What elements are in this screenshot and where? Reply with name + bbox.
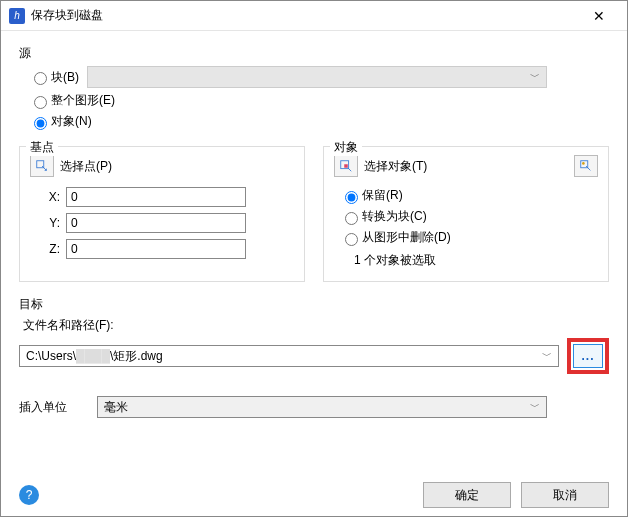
pick-point-label: 选择点(P) xyxy=(60,158,112,175)
source-whole-row: 整个图形(E) xyxy=(29,92,609,109)
units-value: 毫米 xyxy=(104,399,128,416)
retain-row: 保留(R) xyxy=(340,187,598,204)
retain-radio[interactable] xyxy=(345,191,358,204)
coord-z-row: Z: xyxy=(30,239,294,259)
z-label: Z: xyxy=(30,242,60,256)
coord-y-row: Y: xyxy=(30,213,294,233)
source-objects-radio[interactable] xyxy=(34,117,47,130)
chevron-down-icon: ﹀ xyxy=(542,349,552,363)
pick-point-row: 选择点(P) xyxy=(30,155,294,177)
svg-point-4 xyxy=(582,162,585,165)
select-objects-button[interactable] xyxy=(334,155,358,177)
units-combo[interactable]: 毫米 ﹀ xyxy=(97,396,547,418)
coord-x-row: X: xyxy=(30,187,294,207)
svg-rect-2 xyxy=(344,164,348,168)
source-block-row: 块(B) ﹀ xyxy=(29,66,609,88)
cancel-button[interactable]: 取消 xyxy=(521,482,609,508)
titlebar: h 保存块到磁盘 ✕ xyxy=(1,1,627,31)
objects-legend: 对象 xyxy=(330,139,362,156)
source-group-label: 源 xyxy=(19,45,609,62)
path-prefix: C:\Users\ xyxy=(26,349,76,363)
units-label: 插入单位 xyxy=(19,399,79,416)
source-block-radio[interactable] xyxy=(34,72,47,85)
objects-status: 1 个对象被选取 xyxy=(354,252,598,269)
footer: ? 确定 取消 xyxy=(1,482,627,508)
help-button[interactable]: ? xyxy=(19,485,39,505)
path-row: C:\Users\████\矩形.dwg ﹀ ... xyxy=(19,338,609,374)
browse-button[interactable]: ... xyxy=(573,344,603,368)
block-name-combo[interactable]: ﹀ xyxy=(87,66,547,88)
close-button[interactable]: ✕ xyxy=(579,1,619,31)
app-icon: h xyxy=(9,8,25,24)
y-input[interactable] xyxy=(66,213,246,233)
quick-select-icon xyxy=(579,159,593,173)
basepoint-fieldset: 基点 选择点(P) X: Y: Z: xyxy=(19,146,305,282)
source-whole-label: 整个图形(E) xyxy=(51,92,115,109)
chevron-down-icon: ﹀ xyxy=(530,400,540,414)
x-label: X: xyxy=(30,190,60,204)
window-title: 保存块到磁盘 xyxy=(31,7,579,24)
source-objects-row: 对象(N) xyxy=(29,113,609,130)
path-value: C:\Users\████\矩形.dwg xyxy=(26,348,163,365)
dialog-window: h 保存块到磁盘 ✕ 源 块(B) ﹀ 整个图形(E) 对象(N) 基点 xyxy=(0,0,628,517)
convert-radio[interactable] xyxy=(345,212,358,225)
units-row: 插入单位 毫米 ﹀ xyxy=(19,396,609,418)
y-label: Y: xyxy=(30,216,60,230)
path-combo[interactable]: C:\Users\████\矩形.dwg ﹀ xyxy=(19,345,559,367)
pick-point-button[interactable] xyxy=(30,155,54,177)
select-objects-label: 选择对象(T) xyxy=(364,158,427,175)
source-block-label: 块(B) xyxy=(51,69,79,86)
delete-row: 从图形中删除(D) xyxy=(340,229,598,246)
basepoint-legend: 基点 xyxy=(26,139,58,156)
path-label: 文件名和路径(F): xyxy=(23,317,609,334)
mid-columns: 基点 选择点(P) X: Y: Z: xyxy=(19,140,609,282)
retain-label: 保留(R) xyxy=(362,187,403,204)
convert-label: 转换为块(C) xyxy=(362,208,427,225)
ellipsis-icon: ... xyxy=(581,349,594,363)
browse-highlight: ... xyxy=(567,338,609,374)
target-group-label: 目标 xyxy=(19,296,609,313)
z-input[interactable] xyxy=(66,239,246,259)
chevron-down-icon: ﹀ xyxy=(530,70,540,84)
ok-button[interactable]: 确定 xyxy=(423,482,511,508)
path-suffix: \矩形.dwg xyxy=(110,349,163,363)
select-objects-row: 选择对象(T) xyxy=(334,155,598,177)
source-whole-radio[interactable] xyxy=(34,96,47,109)
select-objects-icon xyxy=(339,159,353,173)
source-objects-label: 对象(N) xyxy=(51,113,92,130)
content-area: 源 块(B) ﹀ 整个图形(E) 对象(N) 基点 选择点(P) xyxy=(1,31,627,418)
quick-select-button[interactable] xyxy=(574,155,598,177)
objects-fieldset: 对象 选择对象(T) 保留(R) 转换为块( xyxy=(323,146,609,282)
path-masked: ████ xyxy=(76,349,110,363)
delete-label: 从图形中删除(D) xyxy=(362,229,451,246)
x-input[interactable] xyxy=(66,187,246,207)
delete-radio[interactable] xyxy=(345,233,358,246)
convert-row: 转换为块(C) xyxy=(340,208,598,225)
pick-point-icon xyxy=(35,159,49,173)
help-icon: ? xyxy=(26,488,33,502)
